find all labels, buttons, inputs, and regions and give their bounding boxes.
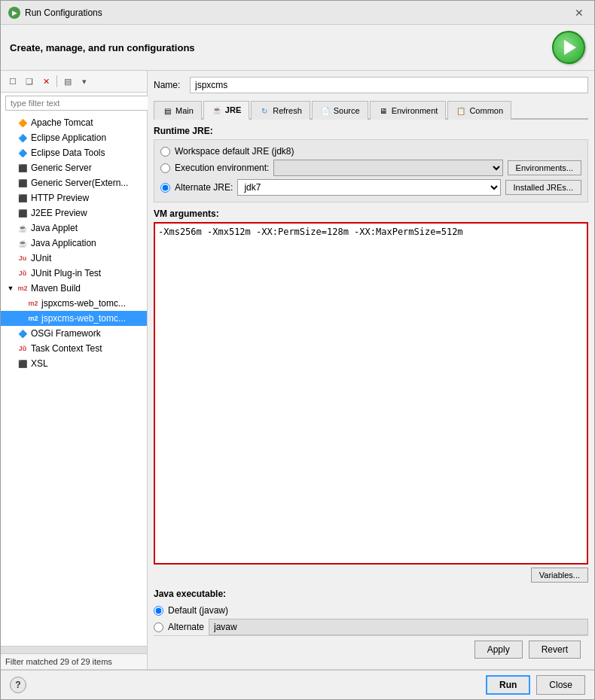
generic-server-icon: ⬛ [17,163,28,173]
filter-input[interactable] [5,96,151,111]
horizontal-scrollbar[interactable] [1,646,147,653]
sidebar-item-junit[interactable]: Ju JUnit [1,251,147,266]
variables-button[interactable]: Variables... [531,568,588,583]
sidebar-item-java-application[interactable]: ☕ Java Application [1,236,147,251]
java-exec-section: Java executable: Default (javaw) Alterna… [154,589,588,635]
alternate-javaw-row: Alternate [154,619,588,635]
exec-env-dropdown[interactable] [273,160,502,176]
sidebar-item-label: HTTP Preview [31,193,89,203]
expand-icon [7,254,14,262]
sidebar-item-eclipse-application[interactable]: 🔷 Eclipse Application [1,130,147,145]
default-javaw-label: Default (javaw) [168,605,228,616]
runtime-jre-label: Runtime JRE: [154,126,588,136]
sidebar-item-label: Task Context Test [31,343,102,354]
workspace-default-label: Workspace default JRE (jdk8) [175,146,294,157]
close-icon[interactable]: ✕ [572,5,587,20]
sidebar-item-label: XSL [31,358,48,369]
http-preview-icon: ⬛ [17,193,28,203]
run-triangle-icon [564,40,576,55]
expand-icon [17,315,25,322]
view-menu-button[interactable]: ▤ [60,74,75,89]
sidebar-item-http-preview[interactable]: ⬛ HTTP Preview [1,190,147,205]
sidebar-item-maven-build[interactable]: ▼ m2 Maven Build [1,281,147,296]
installed-jres-button[interactable]: Installed JREs... [505,180,581,195]
sidebar-item-label: Eclipse Data Tools [31,148,105,158]
tab-label: Environment [392,106,438,115]
more-button[interactable]: ▾ [77,74,92,89]
duplicate-config-button[interactable]: ❑ [22,74,37,89]
expand-icon [7,179,14,187]
java-exec-label: Java executable: [154,589,588,599]
expand-icon [17,300,25,307]
alternate-jre-dropdown[interactable]: jdk7 [237,179,500,196]
delete-config-button[interactable]: ✕ [38,74,53,89]
sidebar-item-label: Eclipse Application [31,132,106,143]
default-javaw-radio[interactable] [154,606,163,616]
tab-common[interactable]: 📋 Common [447,101,511,120]
name-label: Name: [154,80,184,90]
tab-source[interactable]: 📄 Source [312,101,368,120]
alternate-javaw-radio[interactable] [154,622,163,632]
tab-main[interactable]: ▤ Main [154,101,202,120]
tab-jre[interactable]: ☕ JRE [203,101,249,120]
alternate-jre-radio[interactable] [160,183,170,193]
sidebar-item-jspxcms-1[interactable]: m2 jspxcms-web_tomc... [1,296,147,311]
runtime-jre-section: Runtime JRE: Workspace default JRE (jdk8… [154,126,588,202]
sidebar-item-xsl[interactable]: ⬛ XSL [1,356,147,371]
sidebar-item-label: OSGi Framework [31,328,101,339]
new-config-button[interactable]: ☐ [5,74,20,89]
close-footer-button[interactable]: Close [536,675,585,695]
filter-count-label: Filter matched 29 of 29 items [5,657,112,666]
alternate-javaw-input[interactable] [209,619,588,635]
expand-icon [7,119,14,126]
expand-icon [7,345,14,352]
revert-button[interactable]: Revert [529,641,581,659]
generic-server-ext-icon: ⬛ [17,178,28,188]
refresh-tab-icon: ↻ [259,105,270,116]
tabs-bar: ▤ Main ☕ JRE ↻ Refresh 📄 Source 🖥 En [154,99,588,120]
help-button[interactable]: ? [10,677,26,693]
expand-icon [7,209,14,217]
default-javaw-row: Default (javaw) [154,605,588,616]
alternate-jre-label: Alternate JRE: [175,182,233,193]
sidebar-item-generic-server[interactable]: ⬛ Generic Server [1,160,147,175]
run-configurations-dialog: ▶ Run Configurations ✕ Create, manage, a… [0,0,595,700]
sidebar-item-java-applet[interactable]: ☕ Java Applet [1,221,147,236]
vm-args-textarea[interactable]: -Xms256m -Xmx512m -XX:PermSize=128m -XX:… [154,222,588,565]
environments-button[interactable]: Environments... [508,160,581,175]
expand-icon [7,360,14,367]
source-tab-icon: 📄 [320,105,331,116]
title-bar: ▶ Run Configurations ✕ [1,1,594,25]
alternate-javaw-label: Alternate [168,622,204,632]
apply-button[interactable]: Apply [474,641,523,659]
jspxcms2-icon: m2 [28,313,38,324]
sidebar-item-junit-plugin[interactable]: Jŭ JUnit Plug-in Test [1,266,147,281]
expand-icon [7,149,14,157]
workspace-default-radio[interactable] [160,147,170,157]
exec-env-radio[interactable] [160,163,170,173]
sidebar-item-task-context-test[interactable]: Jŭ Task Context Test [1,341,147,356]
expand-icon [7,239,14,247]
expand-icon [7,134,14,142]
tab-refresh[interactable]: ↻ Refresh [251,101,310,120]
right-panel: Name: ▤ Main ☕ JRE ↻ Refresh 📄 [148,71,594,669]
content-area: Runtime JRE: Workspace default JRE (jdk8… [154,126,588,635]
dialog-title: Run Configurations [25,8,102,18]
name-input[interactable] [190,77,588,93]
sidebar-item-eclipse-data-tools[interactable]: 🔷 Eclipse Data Tools [1,145,147,160]
tab-label: Common [469,106,503,115]
sidebar-item-generic-server-extern[interactable]: ⬛ Generic Server(Extern... [1,175,147,190]
sidebar-item-label: JUnit Plug-in Test [31,268,101,278]
sidebar-item-osgi[interactable]: 🔷 OSGi Framework [1,326,147,341]
sidebar-item-j2ee-preview[interactable]: ⬛ J2EE Preview [1,205,147,221]
run-button[interactable] [552,31,585,64]
tree-list: 🔶 Apache Tomcat 🔷 Eclipse Application 🔷 … [1,114,147,646]
jspxcms1-icon: m2 [28,298,38,309]
java-applet-icon: ☕ [17,223,28,233]
run-footer-button[interactable]: Run [486,675,530,695]
sidebar-item-jspxcms-2[interactable]: m2 jspxcms-web_tomc... [1,311,147,326]
tab-environment[interactable]: 🖥 Environment [370,101,447,120]
expand-icon [7,194,14,202]
sidebar-item-label: jspxcms-web_tomc... [41,313,126,324]
sidebar-item-apache-tomcat[interactable]: 🔶 Apache Tomcat [1,115,147,130]
